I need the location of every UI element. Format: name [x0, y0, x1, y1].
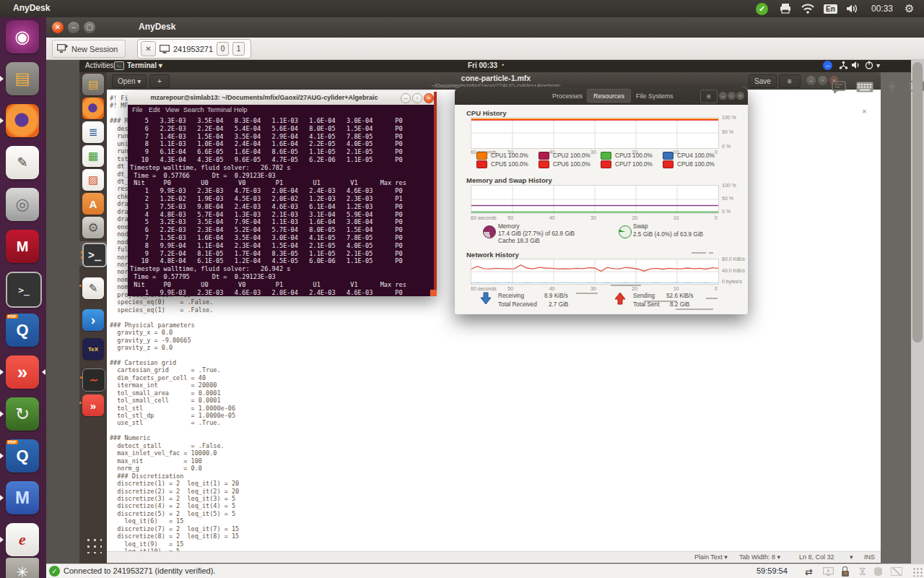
- actions-lightning-icon[interactable]: [882, 79, 901, 94]
- cpu-color-swatch: [476, 160, 487, 168]
- ubuntu-software-dock-icon[interactable]: A: [82, 193, 104, 215]
- focused-app-menu[interactable]: Terminal ▾: [127, 61, 162, 69]
- x-axis-tick: 10: [674, 286, 679, 291]
- wifi-icon[interactable]: [801, 2, 814, 15]
- chat-icon[interactable]: [829, 79, 848, 94]
- lo-calc-dock-icon[interactable]: ▦: [82, 145, 104, 167]
- remote-clock[interactable]: Fri 00:33: [468, 61, 497, 69]
- new-document-button[interactable]: +: [149, 74, 170, 88]
- mendeley-icon[interactable]: M: [6, 230, 39, 263]
- trash-icon[interactable]: ✳: [6, 558, 39, 578]
- overlay-close-icon[interactable]: ×: [862, 107, 866, 116]
- terminal-scrollbar[interactable]: [434, 92, 437, 296]
- chevron-down-icon[interactable]: ▾: [876, 61, 880, 69]
- software-updater-icon[interactable]: ↻: [6, 397, 39, 431]
- vscode-dock-icon[interactable]: ›: [82, 309, 104, 331]
- terminal-minimize-button[interactable]: –: [401, 93, 411, 103]
- session-tab[interactable]: ✕ 241953271 0 1: [137, 39, 251, 59]
- window-close-button[interactable]: ✕: [52, 22, 64, 33]
- cpu-y-50: 50 %: [722, 129, 733, 134]
- menu-help[interactable]: Help: [234, 106, 248, 113]
- compression-artifact: [706, 298, 718, 299]
- ubuntu-dash-icon[interactable]: ◉: [6, 20, 39, 53]
- qpdfview-icon[interactable]: QPDF: [6, 314, 39, 347]
- session-scrollbar-thumb[interactable]: [912, 62, 923, 342]
- tab-width-selector[interactable]: Tab Width: 8 ▾: [739, 553, 780, 561]
- host-clock[interactable]: 00:33: [871, 2, 893, 15]
- terminal-scrollbar-thumb[interactable]: [430, 290, 437, 296]
- terminal-close-button[interactable]: ×: [424, 93, 434, 103]
- gedit-minimize-button[interactable]: –: [806, 76, 816, 85]
- open-button[interactable]: Open ▾: [112, 74, 147, 88]
- teamviewer-tray-icon[interactable]: ↔: [823, 61, 832, 70]
- session-gear-icon[interactable]: ⚙: [905, 2, 914, 15]
- anydesk-dock-icon[interactable]: »: [82, 394, 104, 416]
- tab-file-systems[interactable]: File Systems: [630, 90, 679, 102]
- firefox-dock-icon[interactable]: [82, 98, 104, 119]
- receiving-rate: 8.9 KiB/s: [544, 293, 568, 299]
- volume-icon[interactable]: [846, 2, 860, 15]
- tab-processes[interactable]: Processes: [546, 90, 588, 102]
- terminal-maximize-button[interactable]: ▫: [412, 93, 422, 103]
- activities-button[interactable]: Activities: [85, 61, 113, 69]
- menu-search[interactable]: Search: [183, 106, 204, 113]
- latex-dock-icon[interactable]: TeX: [82, 338, 104, 360]
- cpu-legend: CPU1 100.0%CPU2 100.0%CPU3 100.0%CPU4 10…: [476, 152, 725, 168]
- tab-resources[interactable]: Resources: [587, 89, 631, 103]
- tab-close-button[interactable]: ✕: [141, 41, 156, 56]
- window-maximize-button[interactable]: ▢: [84, 22, 95, 33]
- gedit-menu-button[interactable]: ≡: [779, 74, 801, 88]
- terminal-output[interactable]: 5 3.3E-03 3.5E-04 8.3E-04 1.1E-03 1.6E-0…: [128, 116, 437, 296]
- language-selector[interactable]: Plain Text ▾: [694, 553, 728, 561]
- network-tray-icon[interactable]: [839, 61, 848, 72]
- monitor-0-button[interactable]: 0: [217, 42, 229, 56]
- hard-disk-icon[interactable]: ◎: [6, 188, 39, 221]
- keyboard-icon[interactable]: [855, 79, 874, 94]
- qpdfview-2-icon[interactable]: QPDF: [6, 439, 39, 473]
- firefox-icon[interactable]: [6, 104, 39, 137]
- position-dropdown-icon[interactable]: ▾: [850, 553, 853, 561]
- remote-volume-icon[interactable]: [852, 61, 861, 71]
- printer-icon[interactable]: [780, 2, 791, 15]
- save-button[interactable]: Save: [749, 74, 777, 88]
- new-session-button[interactable]: New Session: [52, 40, 126, 58]
- total-received: 2.7 GiB: [549, 301, 568, 308]
- files-dock-icon[interactable]: ▤: [82, 74, 104, 95]
- menu-terminal[interactable]: Terminal: [207, 106, 232, 113]
- menu-view[interactable]: View: [165, 106, 179, 113]
- keyboard-layout-indicator[interactable]: En: [824, 2, 837, 15]
- lo-writer-dock-icon[interactable]: ≣: [82, 121, 104, 143]
- sysmon-minimize-button[interactable]: –: [719, 92, 727, 100]
- terminal-icon[interactable]: >_: [6, 272, 42, 308]
- window-minimize-button[interactable]: –: [68, 22, 79, 33]
- file-transfer-icon[interactable]: ⇄: [805, 566, 813, 577]
- cpu-color-swatch: [476, 152, 487, 160]
- menu-edit[interactable]: Edit: [149, 106, 160, 113]
- file-manager-icon[interactable]: ▤: [6, 62, 39, 95]
- menu-file[interactable]: File: [132, 106, 143, 113]
- appmenu-title[interactable]: AnyDesk: [13, 3, 50, 13]
- m-app-icon[interactable]: M: [6, 481, 39, 514]
- sysmon-menu-button[interactable]: ≡: [700, 90, 718, 103]
- anydesk-icon[interactable]: »: [6, 355, 39, 389]
- sysmon-maximize-button[interactable]: ▫: [728, 92, 736, 100]
- power-icon[interactable]: [865, 61, 873, 71]
- sysmon-close-button[interactable]: ×: [736, 92, 744, 100]
- settings-dock-icon[interactable]: ⚙: [82, 217, 104, 238]
- text-editor-icon[interactable]: ✎: [6, 146, 39, 179]
- monitor-app-dock-icon[interactable]: ∼: [82, 368, 105, 392]
- text-notes-dock-icon[interactable]: ✎: [82, 277, 104, 299]
- lo-impress-dock-icon[interactable]: ▨: [82, 169, 104, 191]
- x-axis-tick: 0: [715, 215, 718, 220]
- terminal-titlebar[interactable]: mzarepour@simlab13: ~/Documents/mfix/Gao…: [128, 91, 437, 105]
- gedit-maximize-button[interactable]: ▫: [818, 76, 827, 85]
- show-applications-icon[interactable]: [84, 536, 102, 553]
- lock-icon[interactable]: [842, 566, 849, 577]
- anydesk-window-titlebar: ✕ – ▢ AnyDesk: [46, 17, 924, 38]
- resize-grip[interactable]: [912, 567, 923, 577]
- terminal-dock-icon[interactable]: >_: [82, 243, 107, 267]
- monitor-1-button[interactable]: 1: [232, 42, 245, 56]
- document-viewer-icon[interactable]: e: [6, 523, 39, 556]
- memory-x-axis: 60 seconds50403020100: [471, 215, 719, 222]
- session-recording-icon[interactable]: [823, 566, 834, 577]
